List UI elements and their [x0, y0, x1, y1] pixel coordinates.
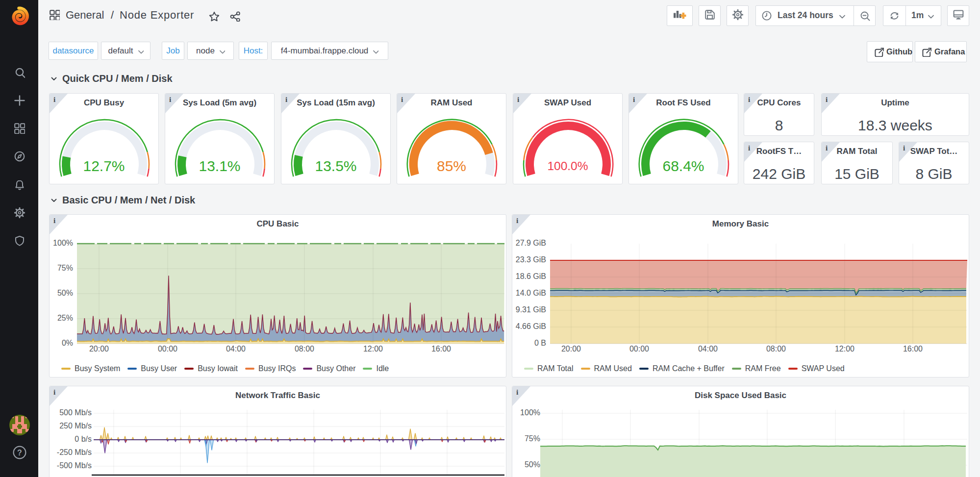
svg-text:?: ?	[17, 449, 22, 457]
